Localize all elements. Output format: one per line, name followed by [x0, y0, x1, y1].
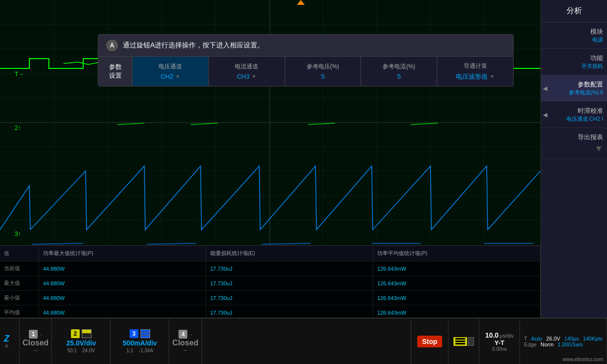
right-panel-timing-sub: 电压通道:CH2 I [545, 115, 603, 123]
ch2-volt-div: 25.0V/div [66, 339, 96, 347]
dropdown-arrow-0: ▼ [175, 74, 180, 79]
meas-val-current-pavg: 126.643mW [373, 261, 540, 276]
meas-val-avg-pavg: 126.643mW [373, 305, 540, 318]
right-panel-function[interactable]: 功能 开关损耗 [541, 49, 607, 75]
param-cell-current-ch[interactable]: 电流通道 CH3 ▼ [209, 57, 285, 86]
ch2-trigger-icon [453, 337, 467, 346]
arrow-icon-timing: ◀ [543, 111, 547, 118]
dialog-icon: A [106, 40, 118, 51]
ch3-top: 3 [130, 329, 150, 338]
ch4-number: 4 [179, 330, 187, 339]
trigger-t-val: Auto [531, 336, 542, 342]
trigger-t-key: T [524, 336, 527, 342]
param-title-ref-volt: 参考电压(%) [307, 63, 339, 71]
ch1-dash-up: -- [40, 332, 42, 337]
dialog-header: A 通过旋钮A进行选择操作，按下进入相应设置。 [98, 35, 513, 57]
ch2-group[interactable]: 2 25.0V/div 50:1 24.0V [52, 319, 111, 364]
param-cell-ref-volt[interactable]: 参考电压(%) 5 [285, 57, 361, 86]
right-panel-function-sub: 开关损耗 [545, 63, 603, 70]
trigger-kpts: 140Kpts [583, 336, 603, 342]
zlg-logo-area: Z ® [0, 319, 20, 364]
right-panel-timing[interactable]: ◀ 时滞校准 电压通道:CH2 I [541, 102, 607, 128]
param-val-ref-curr: 5 [397, 73, 401, 80]
param-title-current-ch: 电流通道 [235, 63, 258, 71]
param-val-ref-volt: 5 [321, 73, 324, 80]
param-title-ref-curr: 参考电流(%) [382, 63, 415, 71]
param-cell-conduction-calc[interactable]: 导通计算 电压波形值 ▼ [437, 57, 513, 86]
ch1-group[interactable]: 1 -- Closed -- [20, 319, 52, 364]
trigger-gs-val: 1.00GSa/s [558, 342, 583, 347]
param-title-conduction: 导通计算 [464, 62, 487, 70]
meas-row-max: 最大值 44.880W 17.730uJ 126.643mW [0, 276, 540, 291]
ch1-top: 1 -- [29, 330, 42, 339]
meas-row-current: 当前值 44.880W 17.730uJ 126.643mW [0, 261, 540, 276]
param-cell-ref-curr[interactable]: 参考电流(%) 5 [361, 57, 437, 86]
meas-val-max-pmax: 44.880W [39, 276, 206, 290]
ch2-indicator-icon [82, 329, 91, 338]
yt-label: Y-T [495, 339, 504, 346]
ch4-dash-up: -- [189, 332, 192, 337]
meas-label-max: 最大值 [0, 276, 39, 290]
right-panel-params[interactable]: ◀ 参数配置 参考电流(%):5 [541, 75, 607, 102]
param-cells-container: 电压通道 CH2 ▼ 电流通道 CH3 ▼ 参考 [133, 57, 513, 86]
ch1-closed-label: Closed [22, 339, 48, 347]
meas-val-min-eloss: 17.730uJ [206, 291, 374, 305]
meas-col-pmax: 功率最大值统计项(P) [39, 246, 206, 261]
ch3-number: 3 [130, 329, 138, 338]
ch2-sub-row: 50:1 24.0V [67, 348, 95, 353]
meas-row-min: 最小值 44.880W 17.730uJ 126.643mW [0, 291, 540, 305]
right-panel: 分析 模块 电源 功能 开关损耗 ◀ 参数配置 参考电流(%):5 ◀ 时滞校准… [540, 0, 607, 318]
ch2-top: 2 [71, 329, 91, 338]
oscilloscope-display: T→ 2↑ 3↑ 值 功率最大值统计项(P) 能量损耗统计项(E) 功率平均值统… [0, 0, 540, 318]
right-panel-timing-label: 时滞校准 [545, 107, 603, 115]
right-panel-params-label: 参数配置 [545, 80, 603, 89]
meas-row-avg: 平均值 44.880W 17.730uJ 126.643mW [0, 305, 540, 318]
right-panel-module[interactable]: 模块 电源 [541, 22, 607, 49]
ch2-number: 2 [71, 329, 80, 338]
trigger-v-val: 26.0V [546, 336, 561, 342]
meas-val-min-pmax: 44.880W [39, 291, 206, 305]
time-div-section[interactable]: 10.0 μs/div Y-T 0.00ns [479, 319, 520, 364]
meas-val-avg-eloss: 17.730uJ [206, 305, 374, 318]
time-value-row: 10.0 μs/div [485, 331, 514, 339]
meas-val-max-eloss: 17.730uJ [206, 276, 374, 290]
meas-val-min-pavg: 126.643mW [373, 291, 540, 305]
param-val-voltage-ch: CH2 ▼ [160, 73, 180, 80]
measurement-table: 值 功率最大值统计项(P) 能量损耗统计项(E) 功率平均值统计项(P) 当前值… [0, 245, 540, 318]
time-sub-val: 0.00ns [492, 346, 507, 352]
dropdown-arrow-4: ▼ [490, 74, 495, 79]
time-main-value: 10.0 [485, 331, 498, 339]
right-panel-params-sub: 参考电流(%):5 [545, 89, 603, 96]
param-label: 参数设置 [98, 57, 133, 86]
ch3-curr-div: 500mA/div [123, 339, 157, 347]
ch4-top: 4 -- [179, 330, 192, 339]
ch1-dash-down: -- [34, 347, 37, 353]
ch4-closed-label: Closed [172, 339, 198, 347]
dialog-body: 参数设置 电压通道 CH2 ▼ 电流通道 CH3 ▼ [98, 57, 513, 86]
meas-header-row: 值 功率最大值统计项(P) 能量损耗统计项(E) 功率平均值统计项(P) [0, 246, 540, 261]
ch2-trigger-indicator [449, 319, 479, 364]
meas-val-current-eloss: 17.730uJ [206, 261, 374, 276]
meas-col-label: 值 [0, 246, 39, 261]
right-panel-export[interactable]: 导出报表 ▼ [541, 128, 607, 159]
ch4-dash-down: -- [184, 347, 187, 353]
marker-3: 3↑ [15, 231, 21, 237]
param-dialog: A 通过旋钮A进行选择操作，按下进入相应设置。 参数设置 电压通道 CH2 ▼ … [98, 34, 514, 86]
param-settings-row: 参数设置 电压通道 CH2 ▼ 电流通道 CH3 ▼ [98, 57, 513, 86]
meas-label-current: 当前值 [0, 261, 39, 276]
trigger-t2-val: 140μs [564, 336, 579, 342]
arrow-icon-params: ◀ [543, 85, 547, 92]
meas-val-avg-pmax: 44.880W [39, 305, 206, 318]
ch1-number: 1 [29, 330, 38, 339]
time-unit-label: μs/div [499, 333, 514, 339]
dialog-instruction: 通过旋钮A进行选择操作，按下进入相应设置。 [123, 41, 264, 50]
ch3-group[interactable]: 3 500mA/div 1:1 -1.34A [111, 319, 169, 364]
stop-button[interactable]: Stop [417, 336, 442, 347]
ch4-group[interactable]: 4 -- Closed -- [169, 319, 202, 364]
trigger-indicator-bar [468, 337, 474, 346]
right-panel-function-label: 功能 [545, 54, 603, 63]
stop-btn-area[interactable]: Stop [411, 319, 449, 364]
param-cell-voltage-ch[interactable]: 电压通道 CH2 ▼ [133, 57, 209, 86]
ch2-trigger-box [453, 337, 474, 346]
meas-col-pavg: 功率平均值统计项(P) [373, 246, 540, 261]
